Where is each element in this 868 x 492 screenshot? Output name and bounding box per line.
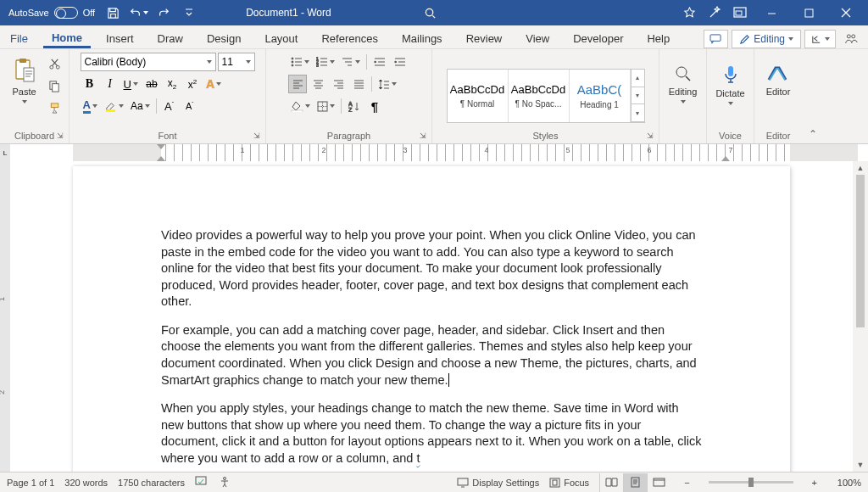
align-left-button[interactable] [288,75,307,93]
close-button[interactable] [829,0,863,25]
para-2[interactable]: For example, you can add a matching cove… [161,322,702,389]
autosave-state: Off [83,8,95,18]
cut-button[interactable] [46,54,64,73]
styles-launcher[interactable]: ⇲ [647,131,654,140]
justify-button[interactable] [349,75,368,93]
autosave-toggle[interactable]: AutoSave Off [5,7,98,19]
maximize-button[interactable] [792,0,826,25]
decrease-indent-button[interactable] [370,53,389,71]
svg-point-0 [426,8,433,15]
tab-developer[interactable]: Developer [565,29,632,48]
format-painter-button[interactable] [46,98,64,117]
clipboard-launcher[interactable]: ⇲ [57,131,64,140]
zoom-in-button[interactable]: + [809,478,821,488]
multilevel-button[interactable] [339,53,363,71]
zoom-slider[interactable] [709,481,793,484]
qat-customize-button[interactable] [178,2,200,24]
borders-button[interactable] [314,97,337,115]
style-heading1[interactable]: AaBbC(Heading 1 [570,70,631,122]
editing-mode-button[interactable]: Editing [732,30,801,48]
tab-home[interactable]: Home [43,28,91,48]
status-page[interactable]: Page 1 of 1 [7,478,54,488]
para-1[interactable]: Video provides a powerful way to help yo… [161,227,702,310]
undo-button[interactable] [127,2,149,24]
font-name-combo[interactable]: Calibri (Body) [81,53,216,71]
minimize-button[interactable] [754,0,788,25]
editor-button[interactable]: Editor [759,59,798,102]
numbering-button[interactable]: 123 [314,53,337,71]
ribbon-mode-button[interactable] [729,2,751,24]
group-paragraph: 123 AZ ¶ Paragraph⇲ [266,49,432,143]
show-marks-button[interactable]: ¶ [365,97,384,115]
find-button[interactable]: Editing [664,59,703,109]
coming-soon-button[interactable] [678,2,700,24]
horizontal-ruler[interactable]: L 1 2 3 4 5 6 7 [0,144,868,161]
tab-help[interactable]: Help [638,29,678,48]
vertical-ruler[interactable]: 1 2 [0,161,10,472]
spellcheck-icon[interactable] [195,476,209,489]
shrink-font-button[interactable]: Aˇ [181,97,199,115]
status-chars[interactable]: 1750 characters [118,478,185,488]
collapse-ribbon-button[interactable]: ⌃ [802,125,824,143]
styles-nav[interactable]: ▴▾▾ [631,70,644,122]
collab-button[interactable] [839,30,863,48]
tab-layout[interactable]: Layout [256,29,306,48]
focus-button[interactable]: Focus [549,478,589,488]
grow-font-button[interactable]: Aˆ [160,97,179,115]
tab-mailings[interactable]: Mailings [393,29,451,48]
tab-design[interactable]: Design [198,29,249,48]
tab-draw[interactable]: Draw [149,29,192,48]
style-normal[interactable]: AaBbCcDd¶ Normal [448,70,509,122]
svg-point-26 [676,67,687,77]
paragraph-launcher[interactable]: ⇲ [420,131,426,140]
dictate-button[interactable]: Dictate [711,59,750,110]
line-spacing-button[interactable] [376,75,399,93]
web-layout-button[interactable] [647,473,670,492]
text-effects-button[interactable]: A [203,75,224,93]
tab-view[interactable]: View [517,29,558,48]
font-color-button[interactable]: A [81,97,100,115]
sort-button[interactable]: AZ [345,97,364,115]
svg-point-11 [56,65,59,69]
comments-button[interactable] [704,30,728,48]
align-right-button[interactable] [329,75,348,93]
magic-button[interactable] [704,2,726,24]
shading-button[interactable] [288,97,313,115]
tab-file[interactable]: File [2,29,36,48]
accessibility-icon[interactable] [219,476,231,489]
tab-references[interactable]: References [313,29,386,48]
underline-button[interactable]: U [121,75,141,93]
styles-gallery[interactable]: AaBbCcDd¶ Normal AaBbCcDd¶ No Spac... Aa… [447,69,645,123]
font-launcher[interactable]: ⇲ [253,131,260,140]
page[interactable]: Video provides a powerful way to help yo… [73,166,790,472]
highlight-button[interactable] [102,97,126,115]
status-words[interactable]: 320 words [64,478,108,488]
font-size-combo[interactable]: 11 [218,53,255,71]
bullets-button[interactable] [288,53,312,71]
vertical-scrollbar[interactable]: ▲ ▼ [853,161,868,472]
strikethrough-button[interactable]: ab [142,75,161,93]
display-settings-button[interactable]: Display Settings [457,478,539,488]
read-mode-button[interactable] [599,473,623,492]
subscript-button[interactable]: x2 [163,75,181,93]
copy-button[interactable] [46,76,64,95]
search-button[interactable] [420,2,442,24]
align-center-button[interactable] [309,75,327,93]
tab-insert[interactable]: Insert [97,29,142,48]
style-nospacing[interactable]: AaBbCcDd¶ No Spac... [509,70,570,122]
increase-indent-button[interactable] [391,53,409,71]
redo-button[interactable] [153,2,175,24]
superscript-button[interactable]: x2 [183,75,202,93]
styles-group-label: Styles [533,131,559,141]
zoom-out-button[interactable]: − [681,478,693,488]
save-button[interactable] [102,2,124,24]
change-case-button[interactable]: Aa [128,97,153,115]
paste-button[interactable]: Paste [5,53,44,109]
para-3[interactable]: When you apply styles, your headings cha… [161,400,702,467]
zoom-level[interactable]: 100% [831,478,861,488]
italic-button[interactable]: I [101,75,120,93]
tab-review[interactable]: Review [458,29,511,48]
share-button[interactable] [804,30,836,48]
bold-button[interactable]: B [81,75,99,93]
print-layout-button[interactable] [623,473,647,492]
